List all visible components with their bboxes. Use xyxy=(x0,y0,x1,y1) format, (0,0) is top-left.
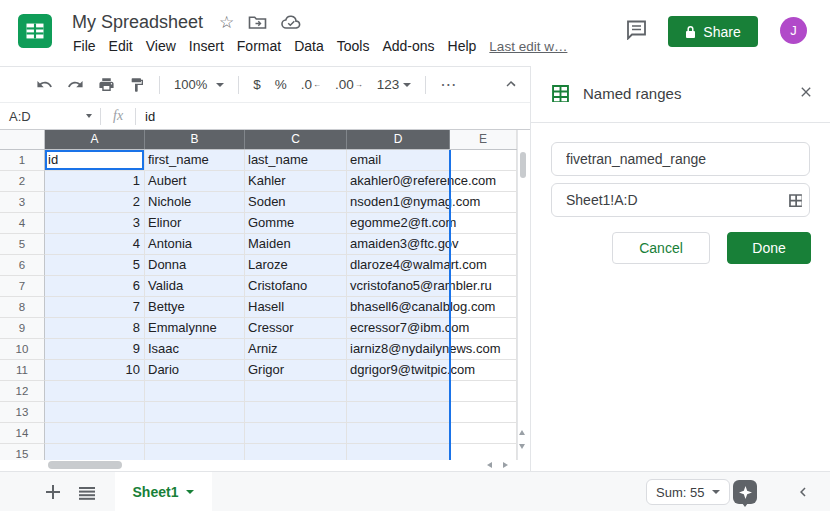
cell-B12[interactable] xyxy=(145,381,245,402)
cell-C7[interactable]: Cristofano xyxy=(245,276,347,297)
cell-B1[interactable]: first_name xyxy=(145,150,245,171)
cell-E2[interactable] xyxy=(450,171,517,192)
cell-E15[interactable] xyxy=(450,444,517,460)
vertical-scrollbar-thumb[interactable] xyxy=(520,152,526,178)
horizontal-scrollbar[interactable] xyxy=(0,460,527,471)
column-header-D[interactable]: D xyxy=(347,130,450,149)
cell-D6[interactable]: dlaroze4@walmart.com xyxy=(347,255,450,276)
menu-insert[interactable]: Insert xyxy=(189,38,224,54)
cell-C4[interactable]: Gomme xyxy=(245,213,347,234)
cell-A6[interactable]: 5 xyxy=(45,255,145,276)
sheet-tab-sheet1[interactable]: Sheet1 xyxy=(115,472,212,511)
cell-D10[interactable]: iarniz8@nydailynews.com xyxy=(347,339,450,360)
row-header-13[interactable]: 13 xyxy=(0,402,45,423)
menu-help[interactable]: Help xyxy=(448,38,477,54)
cell-E9[interactable] xyxy=(450,318,517,339)
cell-E6[interactable] xyxy=(450,255,517,276)
menu-view[interactable]: View xyxy=(146,38,176,54)
redo-icon[interactable] xyxy=(67,73,84,97)
decrease-decimal-button[interactable]: .0← xyxy=(301,73,321,97)
explore-button[interactable] xyxy=(733,480,757,504)
cell-E1[interactable] xyxy=(450,150,517,171)
range-reference-input[interactable] xyxy=(551,183,810,217)
format-currency-button[interactable]: $ xyxy=(253,73,261,97)
cell-B5[interactable]: Antonia xyxy=(145,234,245,255)
column-header-B[interactable]: B xyxy=(145,130,245,149)
cell-D7[interactable]: vcristofano5@rambler.ru xyxy=(347,276,450,297)
cell-A11[interactable]: 10 xyxy=(45,360,145,381)
close-icon[interactable] xyxy=(798,84,814,104)
row-header-12[interactable]: 12 xyxy=(0,381,45,402)
cell-A14[interactable] xyxy=(45,423,145,444)
cancel-button[interactable]: Cancel xyxy=(612,232,710,264)
row-header-10[interactable]: 10 xyxy=(0,339,45,360)
select-data-range-icon[interactable] xyxy=(787,192,804,213)
row-header-9[interactable]: 9 xyxy=(0,318,45,339)
menu-tools[interactable]: Tools xyxy=(337,38,370,54)
menu-edit[interactable]: Edit xyxy=(109,38,133,54)
menu-addons[interactable]: Add-ons xyxy=(382,38,434,54)
last-edit-link[interactable]: Last edit w… xyxy=(489,39,567,54)
select-all-corner[interactable] xyxy=(0,130,45,149)
cell-E10[interactable] xyxy=(450,339,517,360)
scroll-right-arrow[interactable] xyxy=(503,462,508,468)
cell-A8[interactable]: 7 xyxy=(45,297,145,318)
column-header-A[interactable]: A xyxy=(45,130,145,149)
all-sheets-menu-icon[interactable] xyxy=(79,486,95,504)
cell-C10[interactable]: Arniz xyxy=(245,339,347,360)
cell-D12[interactable] xyxy=(347,381,450,402)
cell-D4[interactable]: egomme2@ft.com xyxy=(347,213,450,234)
cell-A4[interactable]: 3 xyxy=(45,213,145,234)
cell-E4[interactable] xyxy=(450,213,517,234)
cell-B14[interactable] xyxy=(145,423,245,444)
cell-A10[interactable]: 9 xyxy=(45,339,145,360)
cell-D8[interactable]: bhasell6@canalblog.com xyxy=(347,297,450,318)
cell-A9[interactable]: 8 xyxy=(45,318,145,339)
cell-E14[interactable] xyxy=(450,423,517,444)
row-header-8[interactable]: 8 xyxy=(0,297,45,318)
cell-E12[interactable] xyxy=(450,381,517,402)
sum-badge[interactable]: Sum: 55 xyxy=(646,479,730,505)
cell-D13[interactable] xyxy=(347,402,450,423)
formula-input[interactable]: id xyxy=(136,103,530,129)
cell-E11[interactable] xyxy=(450,360,517,381)
chevron-left-icon[interactable] xyxy=(794,483,812,505)
add-sheet-icon[interactable] xyxy=(46,485,60,503)
cell-B4[interactable]: Elinor xyxy=(145,213,245,234)
cell-B2[interactable]: Aubert xyxy=(145,171,245,192)
cell-C1[interactable]: last_name xyxy=(245,150,347,171)
cell-E7[interactable] xyxy=(450,276,517,297)
row-header-3[interactable]: 3 xyxy=(0,192,45,213)
cell-B10[interactable]: Isaac xyxy=(145,339,245,360)
cell-C9[interactable]: Cressor xyxy=(245,318,347,339)
zoom-control[interactable]: 100% xyxy=(174,73,224,97)
collapse-toolbar-icon[interactable] xyxy=(502,75,520,97)
print-icon[interactable] xyxy=(98,73,115,97)
cell-A12[interactable] xyxy=(45,381,145,402)
cell-D15[interactable] xyxy=(347,444,450,460)
menu-file[interactable]: File xyxy=(73,38,96,54)
scroll-down-arrow[interactable] xyxy=(519,444,525,449)
cell-A7[interactable]: 6 xyxy=(45,276,145,297)
cell-A1[interactable]: id xyxy=(45,150,145,171)
cell-E13[interactable] xyxy=(450,402,517,423)
cell-C12[interactable] xyxy=(245,381,347,402)
row-header-2[interactable]: 2 xyxy=(0,171,45,192)
format-percent-button[interactable]: % xyxy=(275,73,287,97)
cell-D14[interactable] xyxy=(347,423,450,444)
number-format-button[interactable]: 123 xyxy=(377,73,412,97)
range-name-input[interactable] xyxy=(551,142,810,176)
vertical-scrollbar[interactable] xyxy=(517,130,527,460)
cell-E8[interactable] xyxy=(450,297,517,318)
menu-data[interactable]: Data xyxy=(294,38,324,54)
cell-B7[interactable]: Valida xyxy=(145,276,245,297)
scroll-up-arrow[interactable] xyxy=(519,430,525,435)
paint-format-icon[interactable] xyxy=(129,73,145,97)
avatar[interactable]: J xyxy=(780,17,807,44)
row-header-14[interactable]: 14 xyxy=(0,423,45,444)
increase-decimal-button[interactable]: .00→ xyxy=(335,73,363,97)
cell-B3[interactable]: Nichole xyxy=(145,192,245,213)
cell-B11[interactable]: Dario xyxy=(145,360,245,381)
horizontal-scrollbar-thumb[interactable] xyxy=(48,461,122,469)
comments-icon[interactable] xyxy=(626,20,649,44)
